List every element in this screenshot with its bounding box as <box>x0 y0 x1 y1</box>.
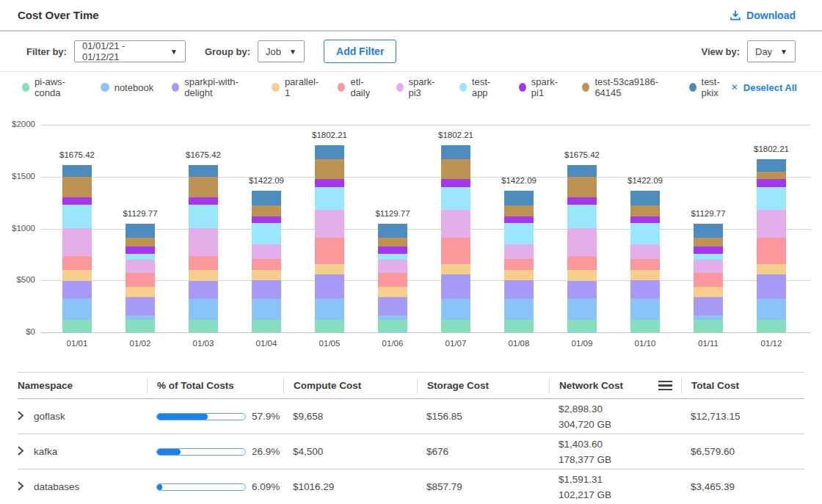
legend-item[interactable]: pi-aws-conda <box>22 76 82 98</box>
stacked-bar[interactable] <box>378 224 407 332</box>
bar-segment-spark-pi3[interactable] <box>378 260 407 273</box>
bar-segment-spark-pi1[interactable] <box>694 246 723 254</box>
stacked-bar[interactable] <box>694 224 723 332</box>
bar-segment-spark-pi3[interactable] <box>441 210 470 237</box>
bar-segment-test-app[interactable] <box>630 223 660 244</box>
bar-segment-etl-daily[interactable] <box>567 256 597 271</box>
bar-segment-spark-pi1[interactable] <box>189 197 218 205</box>
stacked-bar[interactable] <box>315 145 344 332</box>
bar-segment-parallel-1[interactable] <box>189 270 218 280</box>
bar-segment-sparkpi-with-delight[interactable] <box>126 297 155 315</box>
bar-segment-pi-aws-conda[interactable] <box>567 320 597 332</box>
bar-segment-test-app[interactable] <box>504 223 534 244</box>
bar-segment-notebook[interactable] <box>504 299 534 320</box>
bar-segment-etl-daily[interactable] <box>315 238 344 265</box>
bar-segment-test-app[interactable] <box>315 187 344 211</box>
bar-segment-notebook[interactable] <box>567 299 597 320</box>
bar-segment-pi-aws-conda[interactable] <box>62 320 92 332</box>
bar-segment-notebook[interactable] <box>757 299 786 319</box>
chevron-right-icon[interactable] <box>18 411 24 423</box>
column-header-total[interactable]: Total Cost <box>681 378 804 394</box>
bar-segment-test-53ca9186-64145[interactable] <box>504 205 534 216</box>
bar-segment-test-pkix[interactable] <box>630 191 660 205</box>
bar-segment-test-app[interactable] <box>757 187 786 211</box>
stacked-bar[interactable] <box>126 224 155 332</box>
bar-segment-test-53ca9186-64145[interactable] <box>630 205 660 216</box>
bar-segment-test-pkix[interactable] <box>62 165 92 177</box>
bar-segment-notebook[interactable] <box>62 299 92 320</box>
bar-segment-test-53ca9186-64145[interactable] <box>757 172 786 179</box>
bar-segment-spark-pi1[interactable] <box>504 216 534 223</box>
bar-segment-sparkpi-with-delight[interactable] <box>694 297 723 315</box>
legend-item[interactable]: notebook <box>101 82 154 93</box>
bar-segment-test-app[interactable] <box>378 254 407 260</box>
bar-segment-test-pkix[interactable] <box>189 165 218 177</box>
bar-segment-sparkpi-with-delight[interactable] <box>189 281 218 299</box>
bar-segment-parallel-1[interactable] <box>315 264 344 274</box>
bar-segment-test-53ca9186-64145[interactable] <box>315 159 344 180</box>
bar-segment-parallel-1[interactable] <box>252 270 281 280</box>
bar-segment-sparkpi-with-delight[interactable] <box>378 297 407 315</box>
bar-segment-parallel-1[interactable] <box>504 270 534 280</box>
bar-segment-spark-pi3[interactable] <box>567 228 597 255</box>
legend-item[interactable]: etl-daily <box>338 76 377 98</box>
stacked-bar[interactable] <box>504 191 534 332</box>
bar-segment-spark-pi1[interactable] <box>126 246 155 254</box>
stacked-bar[interactable] <box>757 159 786 332</box>
bar-segment-test-app[interactable] <box>694 254 723 260</box>
column-header-network[interactable]: Network Cost <box>549 378 681 394</box>
bar-segment-spark-pi1[interactable] <box>567 197 597 205</box>
bar-segment-pi-aws-conda[interactable] <box>757 320 786 332</box>
bar-segment-etl-daily[interactable] <box>378 273 407 287</box>
bar-segment-spark-pi3[interactable] <box>315 210 344 237</box>
bar-segment-pi-aws-conda[interactable] <box>630 320 660 332</box>
group-by-dropdown[interactable]: Job ▼ <box>258 40 305 62</box>
bar-segment-test-pkix[interactable] <box>126 224 155 238</box>
column-header-namespace[interactable]: Namespace <box>18 378 147 394</box>
bar-segment-spark-pi1[interactable] <box>441 179 470 187</box>
stacked-bar[interactable] <box>252 191 281 332</box>
legend-item[interactable]: sparkpi-with-delight <box>172 76 253 98</box>
bar-segment-spark-pi3[interactable] <box>252 244 281 259</box>
bar-segment-test-pkix[interactable] <box>504 191 534 205</box>
bar-segment-test-app[interactable] <box>62 205 92 229</box>
bar-segment-etl-daily[interactable] <box>62 256 92 271</box>
bar-segment-test-app[interactable] <box>252 223 281 244</box>
legend-item[interactable]: spark-pi3 <box>396 76 441 98</box>
bar-segment-test-app[interactable] <box>441 187 470 211</box>
bar-segment-sparkpi-with-delight[interactable] <box>630 280 660 299</box>
bar-segment-test-53ca9186-64145[interactable] <box>694 238 723 246</box>
bar-segment-parallel-1[interactable] <box>757 264 786 274</box>
bar-segment-pi-aws-conda[interactable] <box>315 320 344 332</box>
bar-segment-test-pkix[interactable] <box>567 165 597 177</box>
bar-segment-parallel-1[interactable] <box>694 287 723 297</box>
bar-segment-test-pkix[interactable] <box>378 224 407 238</box>
bar-segment-pi-aws-conda[interactable] <box>694 320 723 332</box>
chevron-right-icon[interactable] <box>18 446 24 458</box>
bar-segment-pi-aws-conda[interactable] <box>441 320 470 332</box>
bar-segment-etl-daily[interactable] <box>504 259 534 271</box>
bar-segment-notebook[interactable] <box>441 299 470 320</box>
stacked-bar[interactable] <box>441 145 470 332</box>
bar-segment-pi-aws-conda[interactable] <box>126 320 155 332</box>
bar-segment-pi-aws-conda[interactable] <box>504 320 534 332</box>
view-by-dropdown[interactable]: Day ▼ <box>747 40 796 62</box>
bar-segment-spark-pi3[interactable] <box>757 210 786 237</box>
bar-segment-spark-pi1[interactable] <box>252 216 281 223</box>
bar-segment-test-53ca9186-64145[interactable] <box>378 238 407 246</box>
bar-segment-etl-daily[interactable] <box>757 238 786 265</box>
bar-segment-spark-pi3[interactable] <box>62 228 92 255</box>
add-filter-button[interactable]: Add Filter <box>324 40 396 63</box>
bar-segment-spark-pi1[interactable] <box>315 179 344 187</box>
bar-segment-sparkpi-with-delight[interactable] <box>567 281 597 299</box>
stacked-bar[interactable] <box>62 165 92 332</box>
bar-segment-test-53ca9186-64145[interactable] <box>62 177 92 197</box>
bar-segment-notebook[interactable] <box>252 299 281 320</box>
bar-segment-etl-daily[interactable] <box>189 256 218 271</box>
legend-item[interactable]: spark-pi1 <box>519 76 564 98</box>
stacked-bar[interactable] <box>189 165 218 332</box>
legend-item[interactable]: test-app <box>459 76 501 98</box>
bar-segment-test-pkix[interactable] <box>315 145 344 158</box>
bar-segment-spark-pi3[interactable] <box>694 260 723 273</box>
bar-segment-test-53ca9186-64145[interactable] <box>252 205 281 216</box>
